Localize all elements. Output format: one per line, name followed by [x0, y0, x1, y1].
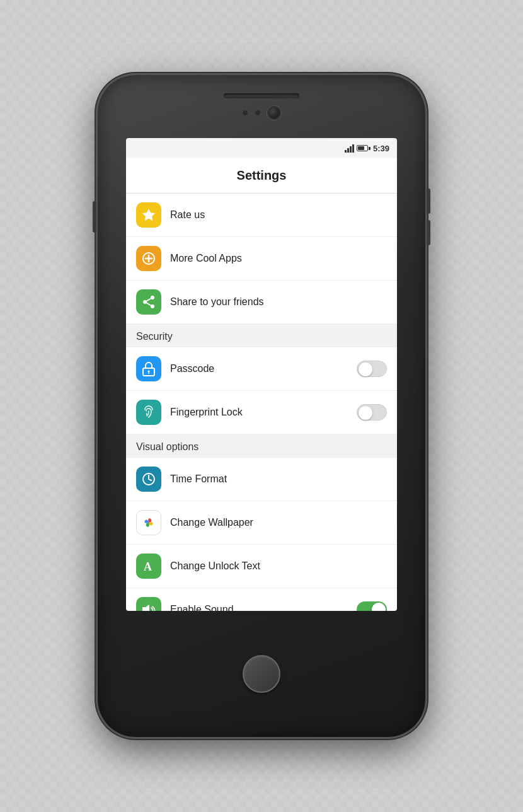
phone-bottom	[243, 611, 280, 737]
enable-sound-toggle[interactable]	[357, 601, 387, 611]
svg-rect-14	[142, 607, 146, 611]
more-cool-apps-item[interactable]: More Cool Apps	[126, 237, 397, 281]
volume-down-button[interactable]	[427, 220, 430, 245]
power-button[interactable]	[93, 201, 96, 233]
settings-screen: Settings Rate us	[126, 158, 397, 611]
change-wallpaper-item[interactable]: Change Wallpaper	[126, 501, 397, 545]
plus-icon	[136, 246, 161, 271]
time-format-label: Time Format	[170, 473, 387, 485]
speaker-grille	[224, 93, 299, 98]
phone-screen: 5:39 Settings Rate us	[126, 138, 397, 611]
svg-text:A: A	[144, 560, 152, 573]
svg-line-7	[147, 303, 151, 306]
status-icons: 5:39	[345, 144, 389, 153]
passcode-item[interactable]: Passcode	[126, 347, 397, 391]
svg-point-10	[148, 371, 150, 373]
passcode-toggle-knob	[359, 362, 372, 376]
enable-sound-label: Enable Sound	[170, 604, 348, 611]
home-button[interactable]	[243, 655, 280, 693]
battery-icon	[357, 145, 371, 151]
time-format-item[interactable]: Time Format	[126, 458, 397, 501]
fingerprint-toggle[interactable]	[357, 404, 387, 420]
pinwheel-icon	[136, 510, 161, 535]
fingerprint-toggle-knob	[359, 406, 372, 420]
svg-marker-15	[146, 605, 149, 611]
page-title: Settings	[237, 168, 287, 182]
volume-up-button[interactable]	[427, 188, 430, 214]
front-camera	[267, 106, 281, 120]
fingerprint-label: Fingerprint Lock	[170, 407, 348, 418]
rate-us-item[interactable]: Rate us	[126, 194, 397, 237]
light-sensor	[255, 110, 261, 116]
svg-point-6	[151, 304, 154, 308]
share-icon	[136, 289, 161, 315]
settings-title-bar: Settings	[126, 158, 397, 194]
signal-icon	[345, 144, 354, 153]
visual-section-header: Visual options	[126, 434, 397, 458]
share-label: Share to your friends	[170, 296, 387, 308]
passcode-toggle[interactable]	[357, 361, 387, 377]
status-time: 5:39	[373, 144, 389, 153]
passcode-label: Passcode	[170, 363, 348, 374]
camera-area	[242, 106, 281, 120]
proximity-sensor	[242, 110, 248, 116]
enable-sound-toggle-knob	[372, 603, 386, 611]
change-unlock-text-label: Change Unlock Text	[170, 560, 387, 572]
share-item[interactable]: Share to your friends	[126, 281, 397, 323]
clock-icon	[136, 467, 161, 492]
status-bar: 5:39	[126, 138, 397, 158]
security-section: Passcode	[126, 347, 397, 434]
phone-frame: 5:39 Settings Rate us	[98, 75, 425, 737]
enable-sound-item[interactable]: Enable Sound	[126, 588, 397, 611]
general-section: Rate us More Cool Apps	[126, 194, 397, 323]
star-icon	[136, 202, 161, 228]
text-a-icon: A	[136, 554, 161, 579]
change-wallpaper-label: Change Wallpaper	[170, 517, 387, 528]
svg-line-8	[147, 299, 151, 301]
sound-icon	[136, 597, 161, 611]
change-unlock-text-item[interactable]: A Change Unlock Text	[126, 545, 397, 588]
svg-marker-0	[142, 209, 155, 221]
svg-point-5	[143, 300, 147, 304]
passcode-icon	[136, 356, 161, 381]
more-cool-apps-label: More Cool Apps	[170, 253, 387, 264]
visual-section: Time Format Change Wallpaper	[126, 458, 397, 611]
fingerprint-item[interactable]: Fingerprint Lock	[126, 391, 397, 434]
security-section-header: Security	[126, 323, 397, 347]
fingerprint-icon	[136, 400, 161, 425]
svg-point-4	[151, 296, 154, 299]
rate-us-label: Rate us	[170, 209, 387, 221]
phone-top	[98, 75, 425, 138]
